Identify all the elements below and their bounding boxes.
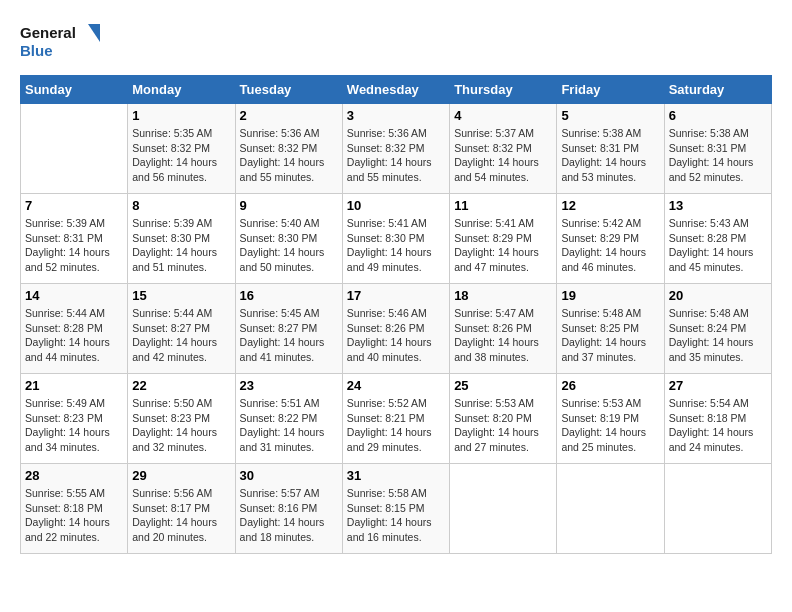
calendar-cell: 18Sunrise: 5:47 AM Sunset: 8:26 PM Dayli…: [450, 284, 557, 374]
day-number: 11: [454, 198, 552, 213]
day-number: 7: [25, 198, 123, 213]
calendar-cell: 13Sunrise: 5:43 AM Sunset: 8:28 PM Dayli…: [664, 194, 771, 284]
calendar-cell: 17Sunrise: 5:46 AM Sunset: 8:26 PM Dayli…: [342, 284, 449, 374]
day-number: 24: [347, 378, 445, 393]
day-info: Sunrise: 5:44 AM Sunset: 8:28 PM Dayligh…: [25, 306, 123, 365]
day-info: Sunrise: 5:45 AM Sunset: 8:27 PM Dayligh…: [240, 306, 338, 365]
day-info: Sunrise: 5:52 AM Sunset: 8:21 PM Dayligh…: [347, 396, 445, 455]
day-number: 31: [347, 468, 445, 483]
day-info: Sunrise: 5:42 AM Sunset: 8:29 PM Dayligh…: [561, 216, 659, 275]
day-number: 9: [240, 198, 338, 213]
day-info: Sunrise: 5:43 AM Sunset: 8:28 PM Dayligh…: [669, 216, 767, 275]
day-info: Sunrise: 5:38 AM Sunset: 8:31 PM Dayligh…: [561, 126, 659, 185]
day-info: Sunrise: 5:39 AM Sunset: 8:30 PM Dayligh…: [132, 216, 230, 275]
day-info: Sunrise: 5:58 AM Sunset: 8:15 PM Dayligh…: [347, 486, 445, 545]
day-number: 26: [561, 378, 659, 393]
day-number: 28: [25, 468, 123, 483]
calendar-cell: 2Sunrise: 5:36 AM Sunset: 8:32 PM Daylig…: [235, 104, 342, 194]
day-number: 4: [454, 108, 552, 123]
day-info: Sunrise: 5:51 AM Sunset: 8:22 PM Dayligh…: [240, 396, 338, 455]
col-header-sunday: Sunday: [21, 76, 128, 104]
logo: General Blue: [20, 20, 100, 65]
calendar-cell: 19Sunrise: 5:48 AM Sunset: 8:25 PM Dayli…: [557, 284, 664, 374]
day-number: 18: [454, 288, 552, 303]
col-header-wednesday: Wednesday: [342, 76, 449, 104]
day-number: 17: [347, 288, 445, 303]
day-number: 6: [669, 108, 767, 123]
day-info: Sunrise: 5:54 AM Sunset: 8:18 PM Dayligh…: [669, 396, 767, 455]
day-info: Sunrise: 5:56 AM Sunset: 8:17 PM Dayligh…: [132, 486, 230, 545]
calendar-cell: 21Sunrise: 5:49 AM Sunset: 8:23 PM Dayli…: [21, 374, 128, 464]
calendar-cell: 10Sunrise: 5:41 AM Sunset: 8:30 PM Dayli…: [342, 194, 449, 284]
calendar-cell: 5Sunrise: 5:38 AM Sunset: 8:31 PM Daylig…: [557, 104, 664, 194]
calendar-cell: 8Sunrise: 5:39 AM Sunset: 8:30 PM Daylig…: [128, 194, 235, 284]
svg-text:Blue: Blue: [20, 42, 53, 59]
day-number: 16: [240, 288, 338, 303]
day-info: Sunrise: 5:48 AM Sunset: 8:24 PM Dayligh…: [669, 306, 767, 365]
calendar-cell: 31Sunrise: 5:58 AM Sunset: 8:15 PM Dayli…: [342, 464, 449, 554]
calendar-cell: 9Sunrise: 5:40 AM Sunset: 8:30 PM Daylig…: [235, 194, 342, 284]
day-info: Sunrise: 5:48 AM Sunset: 8:25 PM Dayligh…: [561, 306, 659, 365]
calendar-cell: 30Sunrise: 5:57 AM Sunset: 8:16 PM Dayli…: [235, 464, 342, 554]
day-info: Sunrise: 5:53 AM Sunset: 8:19 PM Dayligh…: [561, 396, 659, 455]
day-info: Sunrise: 5:57 AM Sunset: 8:16 PM Dayligh…: [240, 486, 338, 545]
day-info: Sunrise: 5:39 AM Sunset: 8:31 PM Dayligh…: [25, 216, 123, 275]
day-number: 14: [25, 288, 123, 303]
calendar-cell: 20Sunrise: 5:48 AM Sunset: 8:24 PM Dayli…: [664, 284, 771, 374]
day-number: 2: [240, 108, 338, 123]
day-info: Sunrise: 5:47 AM Sunset: 8:26 PM Dayligh…: [454, 306, 552, 365]
col-header-thursday: Thursday: [450, 76, 557, 104]
day-number: 1: [132, 108, 230, 123]
day-number: 3: [347, 108, 445, 123]
calendar-cell: [450, 464, 557, 554]
day-info: Sunrise: 5:41 AM Sunset: 8:30 PM Dayligh…: [347, 216, 445, 275]
day-info: Sunrise: 5:37 AM Sunset: 8:32 PM Dayligh…: [454, 126, 552, 185]
day-info: Sunrise: 5:55 AM Sunset: 8:18 PM Dayligh…: [25, 486, 123, 545]
calendar-cell: 25Sunrise: 5:53 AM Sunset: 8:20 PM Dayli…: [450, 374, 557, 464]
calendar-cell: 29Sunrise: 5:56 AM Sunset: 8:17 PM Dayli…: [128, 464, 235, 554]
calendar-cell: 14Sunrise: 5:44 AM Sunset: 8:28 PM Dayli…: [21, 284, 128, 374]
day-number: 22: [132, 378, 230, 393]
day-info: Sunrise: 5:36 AM Sunset: 8:32 PM Dayligh…: [240, 126, 338, 185]
calendar-cell: 3Sunrise: 5:36 AM Sunset: 8:32 PM Daylig…: [342, 104, 449, 194]
calendar-cell: 28Sunrise: 5:55 AM Sunset: 8:18 PM Dayli…: [21, 464, 128, 554]
day-info: Sunrise: 5:49 AM Sunset: 8:23 PM Dayligh…: [25, 396, 123, 455]
calendar-cell: [664, 464, 771, 554]
calendar-cell: 7Sunrise: 5:39 AM Sunset: 8:31 PM Daylig…: [21, 194, 128, 284]
day-info: Sunrise: 5:36 AM Sunset: 8:32 PM Dayligh…: [347, 126, 445, 185]
calendar-table: SundayMondayTuesdayWednesdayThursdayFrid…: [20, 75, 772, 554]
svg-marker-2: [88, 24, 100, 42]
calendar-cell: 26Sunrise: 5:53 AM Sunset: 8:19 PM Dayli…: [557, 374, 664, 464]
page-header: General Blue: [20, 20, 772, 65]
day-number: 29: [132, 468, 230, 483]
calendar-cell: 11Sunrise: 5:41 AM Sunset: 8:29 PM Dayli…: [450, 194, 557, 284]
day-number: 25: [454, 378, 552, 393]
day-info: Sunrise: 5:46 AM Sunset: 8:26 PM Dayligh…: [347, 306, 445, 365]
calendar-cell: 27Sunrise: 5:54 AM Sunset: 8:18 PM Dayli…: [664, 374, 771, 464]
day-number: 5: [561, 108, 659, 123]
logo-svg: General Blue: [20, 20, 100, 65]
day-number: 13: [669, 198, 767, 213]
day-info: Sunrise: 5:35 AM Sunset: 8:32 PM Dayligh…: [132, 126, 230, 185]
calendar-cell: 22Sunrise: 5:50 AM Sunset: 8:23 PM Dayli…: [128, 374, 235, 464]
day-info: Sunrise: 5:53 AM Sunset: 8:20 PM Dayligh…: [454, 396, 552, 455]
calendar-cell: 4Sunrise: 5:37 AM Sunset: 8:32 PM Daylig…: [450, 104, 557, 194]
day-number: 23: [240, 378, 338, 393]
calendar-cell: 12Sunrise: 5:42 AM Sunset: 8:29 PM Dayli…: [557, 194, 664, 284]
day-number: 20: [669, 288, 767, 303]
calendar-cell: 15Sunrise: 5:44 AM Sunset: 8:27 PM Dayli…: [128, 284, 235, 374]
day-number: 19: [561, 288, 659, 303]
col-header-monday: Monday: [128, 76, 235, 104]
day-info: Sunrise: 5:38 AM Sunset: 8:31 PM Dayligh…: [669, 126, 767, 185]
col-header-saturday: Saturday: [664, 76, 771, 104]
calendar-cell: 24Sunrise: 5:52 AM Sunset: 8:21 PM Dayli…: [342, 374, 449, 464]
calendar-cell: 16Sunrise: 5:45 AM Sunset: 8:27 PM Dayli…: [235, 284, 342, 374]
calendar-cell: [21, 104, 128, 194]
day-number: 15: [132, 288, 230, 303]
day-info: Sunrise: 5:50 AM Sunset: 8:23 PM Dayligh…: [132, 396, 230, 455]
day-info: Sunrise: 5:44 AM Sunset: 8:27 PM Dayligh…: [132, 306, 230, 365]
day-info: Sunrise: 5:40 AM Sunset: 8:30 PM Dayligh…: [240, 216, 338, 275]
col-header-tuesday: Tuesday: [235, 76, 342, 104]
calendar-cell: [557, 464, 664, 554]
calendar-cell: 23Sunrise: 5:51 AM Sunset: 8:22 PM Dayli…: [235, 374, 342, 464]
